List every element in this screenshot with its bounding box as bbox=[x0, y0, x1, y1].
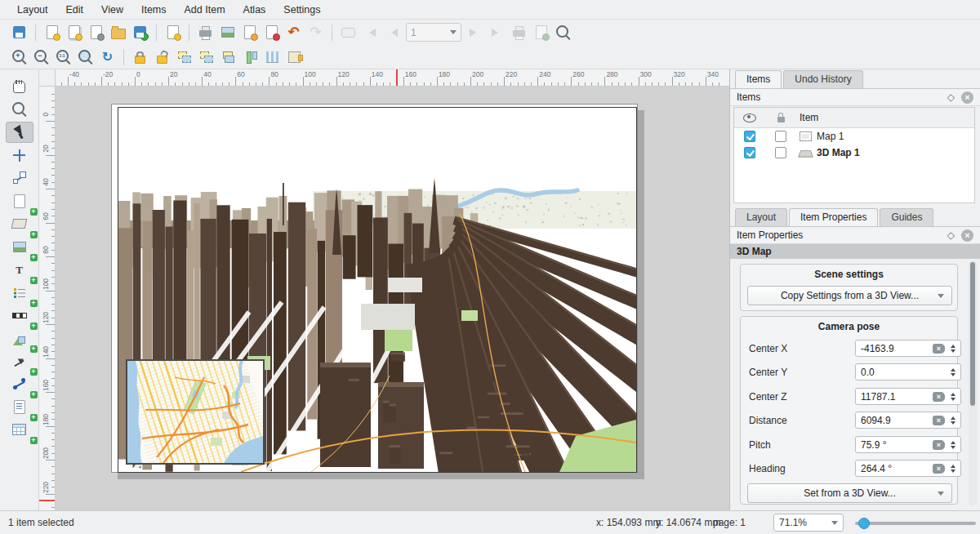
menu-view[interactable]: View bbox=[92, 2, 132, 18]
zoom-actual-button[interactable]: 1:1 bbox=[52, 47, 74, 68]
heading-input[interactable]: 264.4 ° × bbox=[855, 460, 961, 477]
distance-input[interactable]: 6094.9 × bbox=[855, 412, 961, 429]
item-row-3dmap1[interactable]: 3D Map 1 bbox=[734, 145, 974, 161]
spinbox-arrows[interactable] bbox=[947, 462, 959, 475]
add-scalebar-tool[interactable]: + bbox=[6, 305, 33, 326]
clear-field-icon[interactable]: × bbox=[933, 440, 945, 450]
menu-edit[interactable]: Edit bbox=[57, 2, 93, 18]
item-row-map1[interactable]: Map 1 bbox=[734, 128, 974, 145]
close-panel-icon[interactable]: × bbox=[961, 229, 973, 242]
add-arrow-tool[interactable]: + bbox=[6, 350, 33, 372]
set-from-3d-view-button[interactable]: Set from a 3D View... bbox=[747, 483, 952, 503]
layout-manager-button[interactable] bbox=[85, 22, 107, 43]
add-legend-tool[interactable]: + bbox=[6, 282, 33, 303]
menu-items[interactable]: Items bbox=[132, 2, 176, 18]
add-shape-tool[interactable]: + bbox=[6, 327, 33, 349]
3d-map-item[interactable] bbox=[118, 107, 637, 473]
ruler-horizontal[interactable]: -40-200204060801001201401601802002202402… bbox=[56, 69, 729, 87]
select-move-item-tool[interactable] bbox=[6, 122, 33, 143]
add-picture-tool[interactable]: + bbox=[6, 236, 33, 257]
export-image-button[interactable] bbox=[216, 22, 238, 43]
menu-settings[interactable]: Settings bbox=[274, 2, 329, 18]
spinbox-arrows[interactable] bbox=[947, 342, 959, 355]
tab-guides[interactable]: Guides bbox=[880, 208, 933, 226]
export-pdf-button[interactable] bbox=[261, 22, 283, 43]
pitch-input[interactable]: 75.9 ° × bbox=[855, 436, 961, 453]
center-y-input[interactable]: 0.0 bbox=[855, 363, 961, 380]
visibility-checkbox[interactable] bbox=[744, 131, 755, 142]
duplicate-layout-button[interactable] bbox=[63, 22, 85, 43]
tab-layout[interactable]: Layout bbox=[735, 208, 787, 226]
lock-items-button[interactable] bbox=[129, 47, 151, 68]
center-z-input[interactable]: 11787.1 × bbox=[855, 388, 961, 405]
print-button[interactable] bbox=[194, 22, 216, 43]
spinbox-arrows[interactable] bbox=[947, 414, 959, 427]
add-map-tool[interactable]: + bbox=[6, 213, 33, 234]
spinbox-arrows[interactable] bbox=[947, 366, 959, 379]
new-layout-button[interactable] bbox=[41, 22, 63, 43]
zoom-in-button[interactable]: + bbox=[8, 47, 30, 68]
map-inset-item[interactable] bbox=[126, 359, 265, 465]
float-panel-icon[interactable]: ◇ bbox=[947, 229, 955, 241]
add-pages-button[interactable] bbox=[162, 22, 184, 43]
export-svg-button[interactable] bbox=[238, 22, 261, 43]
float-panel-icon[interactable]: ◇ bbox=[947, 91, 955, 103]
zoom-slider[interactable] bbox=[855, 522, 976, 525]
properties-scrollbar[interactable] bbox=[969, 260, 977, 505]
pan-tool[interactable] bbox=[6, 76, 33, 97]
add-node-item-tool[interactable]: + bbox=[6, 373, 33, 394]
distribute-items-button[interactable] bbox=[261, 47, 283, 68]
atlas-page-combo[interactable]: 1 bbox=[406, 23, 461, 42]
edit-nodes-item-tool[interactable] bbox=[6, 167, 33, 189]
menu-atlas[interactable]: Atlas bbox=[234, 2, 275, 18]
save-project-button[interactable] bbox=[8, 22, 30, 43]
scrollbar-thumb[interactable] bbox=[970, 262, 975, 406]
undo-button[interactable]: ↶ bbox=[283, 22, 305, 43]
zoom-full-button[interactable] bbox=[74, 47, 96, 68]
zoom-slider-handle[interactable] bbox=[858, 518, 870, 529]
tab-items[interactable]: Items bbox=[735, 70, 782, 88]
lock-checkbox[interactable] bbox=[775, 147, 786, 158]
spinbox-arrows[interactable] bbox=[947, 390, 959, 403]
add-page-tool[interactable]: + bbox=[6, 190, 33, 211]
atlas-next-button[interactable] bbox=[464, 22, 486, 43]
tab-item-properties[interactable]: Item Properties bbox=[789, 208, 878, 226]
close-panel-icon[interactable]: × bbox=[961, 91, 973, 104]
atlas-last-button[interactable] bbox=[486, 22, 508, 43]
save-as-template-button[interactable] bbox=[129, 22, 151, 43]
menu-add-item[interactable]: Add Item bbox=[176, 2, 234, 18]
zoom-level-combo[interactable]: 71.1% bbox=[773, 514, 844, 532]
layout-canvas[interactable] bbox=[56, 87, 729, 510]
atlas-first-button[interactable] bbox=[359, 22, 381, 43]
add-table-tool[interactable]: + bbox=[6, 419, 33, 440]
atlas-settings-button[interactable] bbox=[337, 22, 359, 43]
clear-field-icon[interactable]: × bbox=[933, 416, 945, 425]
zoom-out-button[interactable]: − bbox=[30, 47, 52, 68]
atlas-prev-button[interactable] bbox=[381, 22, 403, 43]
lock-checkbox[interactable] bbox=[775, 131, 786, 142]
clear-field-icon[interactable]: × bbox=[933, 464, 945, 474]
export-atlas-button[interactable] bbox=[530, 22, 552, 43]
add-label-tool[interactable]: T+ bbox=[6, 259, 33, 280]
resize-items-button[interactable] bbox=[283, 47, 305, 68]
unlock-all-button[interactable] bbox=[151, 47, 173, 68]
preview-atlas-button[interactable] bbox=[552, 22, 574, 43]
redo-button[interactable]: ↷ bbox=[305, 22, 327, 43]
ruler-vertical[interactable]: 020406080100120140160180200220 bbox=[39, 87, 56, 510]
spinbox-arrows[interactable] bbox=[947, 438, 959, 452]
clear-field-icon[interactable]: × bbox=[933, 392, 945, 402]
open-folder-button[interactable] bbox=[107, 22, 129, 43]
menu-layout[interactable]: Layout bbox=[8, 2, 57, 18]
center-x-input[interactable]: -4163.9 × bbox=[855, 340, 961, 357]
clear-field-icon[interactable]: × bbox=[933, 344, 945, 354]
ungroup-items-button[interactable] bbox=[195, 47, 217, 68]
refresh-button[interactable]: ↻ bbox=[96, 47, 118, 68]
move-item-content-tool[interactable] bbox=[6, 145, 33, 166]
print-atlas-button[interactable] bbox=[508, 22, 530, 43]
copy-settings-button[interactable]: Copy Settings from a 3D View... bbox=[747, 286, 952, 305]
tab-undo-history[interactable]: Undo History bbox=[783, 70, 862, 88]
visibility-checkbox[interactable] bbox=[744, 147, 755, 158]
layout-page[interactable] bbox=[111, 104, 638, 473]
add-html-tool[interactable]: + bbox=[6, 396, 33, 417]
zoom-tool-tool[interactable] bbox=[6, 99, 33, 120]
